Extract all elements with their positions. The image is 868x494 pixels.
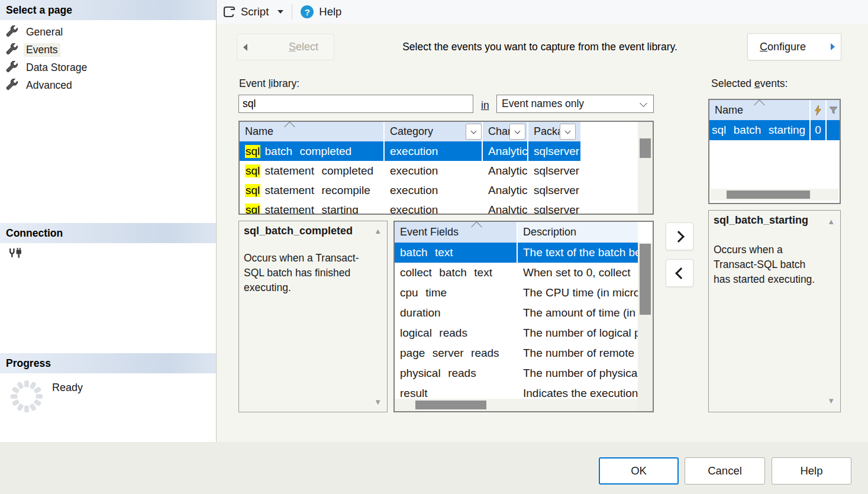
connection-header: Connection [0,223,216,243]
cell-field: batch text [395,243,518,263]
spinner-icon [9,379,44,414]
selected-event-description-text: Occurs when a Transact-SQL batch has sta… [714,243,824,287]
cell-package: sqlserver [528,141,580,161]
extended-events-wizard-window: Select a page General Events Data Storag… [0,0,868,494]
help-circle-icon: ? [301,5,314,18]
progress-status: Ready [52,382,83,394]
selected-events-table: Name sql batch starting 0 [708,99,841,204]
cancel-button[interactable]: Cancel [685,457,765,485]
search-input[interactable] [238,95,473,113]
progress-header: Progress [0,353,216,373]
lightning-icon[interactable] [811,100,827,120]
select-a-page-title: Select a page [6,4,72,16]
cell-category: execution [385,161,483,180]
channel-filter-button[interactable] [509,124,525,140]
select-step-button[interactable]: Select [237,34,334,60]
event-library-label: Event library: [239,78,299,90]
cell-channel: Analytic [483,141,528,161]
connection-title: Connection [6,227,63,239]
table-row[interactable]: duration The amount of time (in [395,303,638,323]
arrow-right-icon [831,43,835,50]
table-row[interactable]: collect batch text When set to 0, collec… [395,263,638,283]
search-scope-dropdown[interactable]: Event names only [496,95,654,113]
scrollbar-thumb[interactable] [415,401,486,409]
in-label: in [481,99,489,112]
select-a-page-header: Select a page [0,0,216,20]
column-header-name[interactable]: Name [240,122,385,141]
selected-event-description-panel: sql_batch_starting Occurs when a Transac… [708,210,841,412]
filter-funnel-icon[interactable] [827,100,840,120]
event-fields-header: Event Fields Description [395,222,638,243]
package-filter-button[interactable] [560,124,576,140]
cell-channel: Analytic [483,161,528,180]
cell-name: sqlstatement completed [240,161,385,180]
search-scope-value: Event names only [502,98,584,110]
toolbar: Script ? Help [217,0,868,24]
sidebar-item-general[interactable]: General [5,24,65,40]
table-row[interactable]: sqlbatch completed execution Analytic sq… [240,141,580,161]
sidebar-item-label: Events [24,43,60,57]
scroll-up-icon[interactable]: ▲ [374,227,382,235]
vertical-scrollbar[interactable] [638,243,653,411]
table-row[interactable]: batch text The text of the batch be [395,243,638,263]
remove-event-button[interactable] [666,259,693,287]
scroll-down-icon[interactable]: ▼ [827,397,835,405]
cell-package: sqlserver [528,180,580,200]
table-row[interactable]: cpu time The CPU time (in micro [395,283,638,303]
configure-step-button[interactable]: Configure [747,33,841,60]
sidebar-item-data-storage[interactable]: Data Storage [5,59,89,76]
ok-button[interactable]: OK [599,457,679,485]
event-description-title: sql_batch_completed [244,225,353,237]
cell-description: The number of remote [518,343,638,363]
script-label: Script [241,5,269,18]
scrollbar-thumb[interactable] [640,138,651,158]
scrollbar-thumb[interactable] [727,191,810,199]
cell-field: physical reads [395,363,518,383]
cell-name: sqlstatement recompile [240,180,385,200]
table-row[interactable]: physical reads The number of physica [395,363,638,383]
help-button[interactable]: Help [772,457,851,485]
script-button[interactable]: Script [217,2,289,21]
cell-package: sqlserver [528,161,580,180]
table-row[interactable]: sqlstatement starting execution Analytic… [240,200,580,215]
horizontal-scrollbar[interactable] [395,399,638,411]
chevron-down-icon[interactable] [277,10,283,14]
table-row[interactable]: page server reads The number of remote [395,343,638,363]
cell-package: sqlserver [528,200,580,215]
sidebar-item-advanced[interactable]: Advanced [5,77,75,93]
plug-icon [7,247,23,262]
table-row[interactable]: sqlstatement recompile execution Analyti… [240,180,580,200]
chevron-down-icon [515,128,521,134]
sidebar-item-events[interactable]: Events [5,41,60,58]
toolbar-separator [292,4,292,20]
table-row[interactable]: sqlstatement completed execution Analyti… [240,161,580,180]
scroll-down-icon[interactable]: ▼ [374,398,382,406]
wrench-icon [5,79,19,92]
wrench-icon [5,25,19,38]
help-toolbar-button[interactable]: ? Help [295,2,347,21]
wrench-icon [5,43,19,56]
event-description-panel: sql_batch_completed Occurs when a Transa… [238,221,388,412]
add-event-button[interactable] [666,222,693,250]
select-step-label: Select [289,41,318,53]
event-library-table: Name Category Chan Packa sqlbatch comple… [238,121,654,215]
scroll-icon [222,6,235,18]
cell-description: The number of physica [518,363,638,383]
column-header-event-fields[interactable]: Event Fields [395,222,518,243]
progress-title: Progress [6,357,51,369]
chevron-right-icon [673,231,685,243]
table-row[interactable]: sql batch starting 0 [709,120,840,140]
cell-filter-count: 0 [811,120,827,140]
cell-category: execution [385,141,483,161]
cell-category: execution [385,180,483,200]
table-row[interactable]: logical reads The number of logical p [395,323,638,343]
scroll-up-icon[interactable]: ▲ [827,218,835,225]
column-header-description[interactable]: Description [518,222,638,243]
sidebar-item-label: Data Storage [24,61,89,75]
scrollbar-thumb[interactable] [640,244,651,315]
category-filter-button[interactable] [466,124,482,140]
cell-description: The text of the batch be [518,243,638,263]
vertical-scrollbar[interactable] [638,122,653,214]
cell-name: sql batch starting [709,120,811,140]
horizontal-scrollbar[interactable] [711,189,838,201]
